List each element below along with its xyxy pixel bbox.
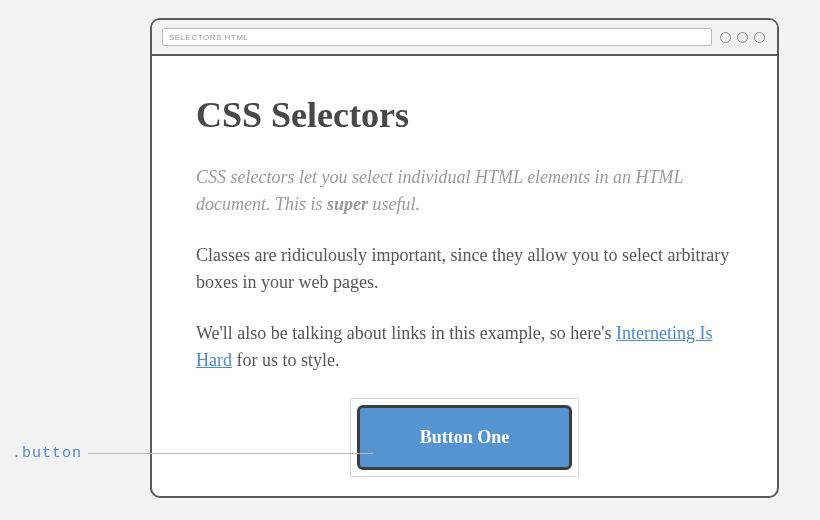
paragraph-links: We'll also be talking about links in thi… <box>196 320 733 374</box>
browser-titlebar: SELECTORS.HTML <box>152 20 777 56</box>
intro-strong: super <box>327 194 368 214</box>
annotation-line <box>88 453 373 454</box>
url-bar[interactable]: SELECTORS.HTML <box>162 28 712 46</box>
button-container: Button One <box>196 398 733 477</box>
para2-post: for us to style. <box>232 350 340 370</box>
close-icon[interactable] <box>754 32 765 43</box>
browser-window: SELECTORS.HTML CSS Selectors CSS selecto… <box>150 18 779 498</box>
para2-pre: We'll also be talking about links in thi… <box>196 323 616 343</box>
url-text: SELECTORS.HTML <box>169 33 248 42</box>
maximize-icon[interactable] <box>737 32 748 43</box>
page-content: CSS Selectors CSS selectors let you sele… <box>152 56 777 498</box>
intro-paragraph: CSS selectors let you select individual … <box>196 164 733 218</box>
intro-text-pre: CSS selectors let you select individual … <box>196 167 683 214</box>
intro-text-post: useful. <box>368 194 420 214</box>
paragraph-classes: Classes are ridiculously important, sinc… <box>196 242 733 296</box>
button-one[interactable]: Button One <box>357 405 573 470</box>
annotation-label: .button <box>12 445 82 462</box>
selector-annotation: .button <box>12 445 373 462</box>
button-highlight-box: Button One <box>350 398 580 477</box>
window-controls <box>720 32 767 43</box>
page-title: CSS Selectors <box>196 88 733 142</box>
minimize-icon[interactable] <box>720 32 731 43</box>
